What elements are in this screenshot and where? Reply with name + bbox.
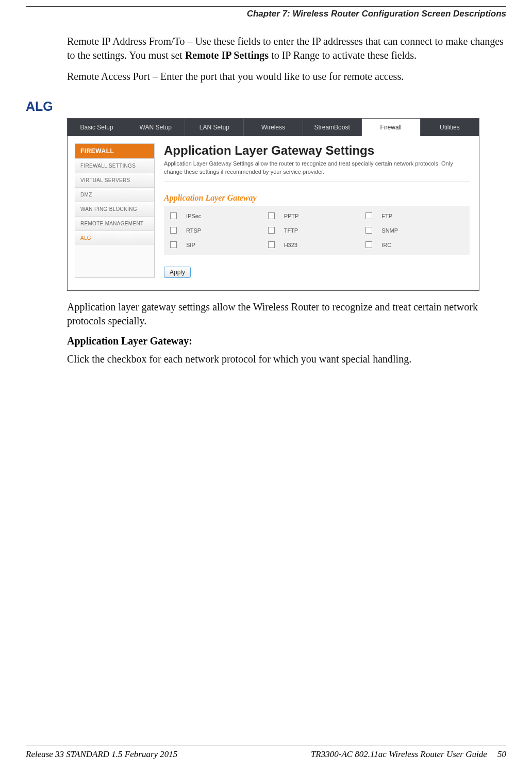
- para1-bold: Remote IP Settings: [185, 50, 269, 61]
- checkbox-sip[interactable]: [170, 241, 177, 248]
- footer-left: Release 33 STANDARD 1.5 February 2015: [26, 749, 177, 760]
- checkbox-ipsec[interactable]: [170, 212, 177, 219]
- checkbox-ftp[interactable]: [365, 212, 372, 219]
- footer-guide-title: TR3300-AC 802.11ac Wireless Router User …: [311, 749, 487, 759]
- section-heading-alg: ALG: [26, 99, 506, 114]
- apply-button[interactable]: Apply: [164, 267, 191, 278]
- content-panel: Application Layer Gateway Settings Appli…: [164, 143, 470, 278]
- tab-lan-setup[interactable]: LAN Setup: [185, 119, 244, 136]
- page-number: 50: [497, 749, 506, 759]
- label-pptp: PPTP: [284, 213, 299, 219]
- label-irc: IRC: [381, 242, 391, 248]
- sidebar-heading: FIREWALL: [75, 144, 154, 158]
- checkbox-snmp[interactable]: [365, 227, 372, 234]
- panel-title: Application Layer Gateway Settings: [164, 143, 470, 158]
- label-ftp: FTP: [381, 213, 392, 219]
- page-footer: Release 33 STANDARD 1.5 February 2015 TR…: [26, 746, 506, 760]
- label-rtsp: RTSP: [186, 227, 201, 234]
- para1-b: to IP Range to activate these fields.: [269, 50, 417, 61]
- tab-utilities[interactable]: Utilities: [421, 119, 479, 136]
- label-sip: SIP: [186, 242, 195, 248]
- label-ipsec: IPSec: [186, 213, 201, 219]
- paragraph-remote-ip: Remote IP Address From/To – Use these fi…: [67, 35, 506, 62]
- label-h323: H323: [284, 242, 297, 248]
- divider: [164, 182, 470, 182]
- router-ui-screenshot: Basic Setup WAN Setup LAN Setup Wireless…: [67, 118, 479, 291]
- checkbox-pptp[interactable]: [268, 212, 275, 219]
- paragraph-remote-port: Remote Access Port – Enter the port that…: [67, 70, 506, 84]
- panel-description: Application Layer Gateway Settings allow…: [164, 160, 470, 176]
- sidebar-item-remote-management[interactable]: REMOTE MANAGEMENT: [75, 216, 154, 231]
- paragraph-alg-desc: Application layer gateway settings allow…: [67, 300, 506, 328]
- checkbox-rtsp[interactable]: [170, 227, 177, 234]
- protocol-row: SIP H323 IRC: [170, 238, 463, 252]
- checkbox-h323[interactable]: [268, 241, 275, 248]
- sidebar-item-virtual-servers[interactable]: VIRTUAL SERVERS: [75, 173, 154, 187]
- tab-firewall[interactable]: Firewall: [362, 119, 421, 136]
- protocol-row: IPSec PPTP FTP: [170, 209, 463, 223]
- tab-streamboost[interactable]: StreamBoost: [303, 119, 362, 136]
- running-header: Chapter 7: Wireless Router Configuration…: [26, 9, 506, 19]
- sidebar: FIREWALL FIREWALL SETTINGS VIRTUAL SERVE…: [75, 143, 155, 278]
- protocol-grid: IPSec PPTP FTP RTSP TFTP SNMP SIP H323 I…: [164, 206, 470, 255]
- sidebar-item-wan-ping-blocking[interactable]: WAN PING BLOCKING: [75, 202, 154, 216]
- sidebar-item-firewall-settings[interactable]: FIREWALL SETTINGS: [75, 158, 154, 173]
- checkbox-tftp[interactable]: [268, 227, 275, 234]
- paragraph-checkbox-instruction: Click the checkbox for each network prot…: [67, 352, 506, 366]
- tab-wan-setup[interactable]: WAN Setup: [126, 119, 185, 136]
- sidebar-item-dmz[interactable]: DMZ: [75, 187, 154, 202]
- footer-right: TR3300-AC 802.11ac Wireless Router User …: [311, 749, 506, 760]
- tab-wireless[interactable]: Wireless: [244, 119, 303, 136]
- header-rule: [26, 6, 506, 7]
- footer-rule: [26, 746, 506, 746]
- subheading-alg: Application Layer Gateway:: [67, 335, 506, 347]
- label-tftp: TFTP: [284, 227, 298, 234]
- tab-basic-setup[interactable]: Basic Setup: [68, 119, 126, 136]
- panel-subheading: Application Layer Gateway: [164, 193, 470, 203]
- sidebar-item-alg[interactable]: ALG: [75, 231, 154, 245]
- label-snmp: SNMP: [381, 227, 398, 234]
- checkbox-irc[interactable]: [365, 241, 372, 248]
- protocol-row: RTSP TFTP SNMP: [170, 223, 463, 238]
- main-tabs: Basic Setup WAN Setup LAN Setup Wireless…: [68, 119, 479, 136]
